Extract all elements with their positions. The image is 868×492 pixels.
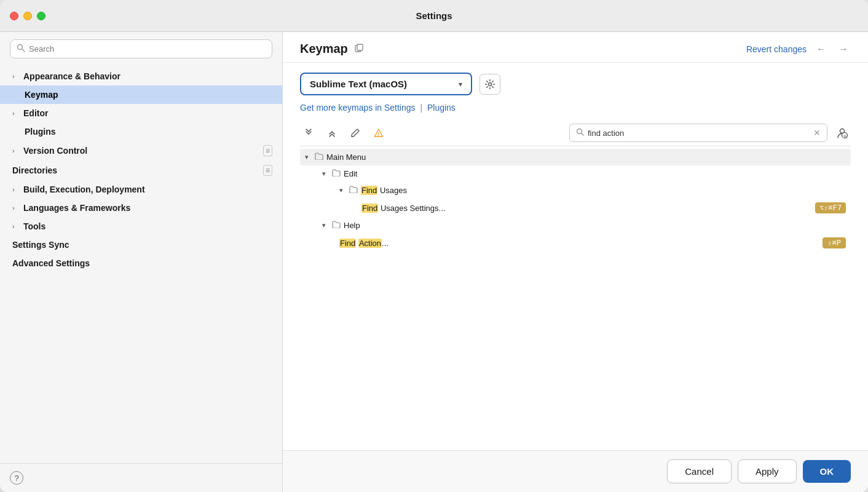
sidebar-item-keymap[interactable]: Keymap	[0, 85, 282, 104]
sidebar-item-label: Tools	[23, 221, 45, 231]
tree-item-label: Find Usages	[361, 186, 846, 195]
tree-item-label: Help	[344, 221, 846, 230]
sidebar-item-plugins[interactable]: Plugins	[0, 122, 282, 141]
sidebar-item-languages[interactable]: › Languages & Frameworks	[0, 199, 282, 217]
sidebar-items: › Appearance & Behavior Keymap › Editor …	[0, 67, 282, 463]
gear-button[interactable]	[479, 74, 500, 95]
sidebar-item-editor[interactable]: › Editor	[0, 104, 282, 122]
content-header: Keymap Revert changes ← →	[283, 32, 868, 63]
highlight-find: Find	[361, 186, 377, 195]
chevron-right-icon: ›	[12, 147, 20, 154]
toolbar-search[interactable]: ✕	[569, 124, 827, 142]
tree-item[interactable]: ▾ Help	[300, 217, 851, 234]
highlight-find: Find	[361, 204, 378, 213]
filter-user-icon[interactable]: ⚲	[834, 124, 851, 141]
keyboard-shortcut: ⇧⌘P	[823, 237, 846, 248]
chevron-down-icon: ▾	[459, 80, 462, 89]
sidebar-item-label: Version Control	[23, 146, 87, 156]
sidebar-item-appearance[interactable]: › Appearance & Behavior	[0, 67, 282, 85]
cancel-button[interactable]: Cancel	[667, 459, 732, 483]
page-title: Keymap	[300, 42, 348, 56]
sidebar-item-directories[interactable]: Directories ≡	[0, 161, 282, 180]
content-area: Keymap Revert changes ← →	[283, 32, 868, 492]
sidebar-item-build[interactable]: › Build, Execution, Deployment	[0, 180, 282, 199]
tree-item[interactable]: ▾ Edit	[300, 165, 851, 182]
sidebar-item-tools[interactable]: › Tools	[0, 217, 282, 236]
ok-button[interactable]: OK	[803, 460, 851, 483]
tree-item[interactable]: Find Usages Settings... ⌥⇧⌘F7	[300, 199, 851, 217]
chevron-right-icon: ›	[12, 73, 20, 80]
search-input[interactable]	[29, 44, 266, 54]
sidebar-search-bar[interactable]	[10, 39, 272, 58]
sidebar-item-version-control[interactable]: › Version Control ≡	[0, 141, 282, 161]
plugins-link[interactable]: Plugins	[427, 103, 456, 113]
svg-rect-3	[357, 44, 363, 50]
sidebar-item-label: Editor	[23, 108, 48, 118]
maximize-button[interactable]	[37, 12, 45, 20]
expand-all-button[interactable]	[300, 124, 317, 141]
highlight-find: Find	[339, 239, 356, 248]
chevron-right-icon: ›	[12, 223, 20, 230]
sidebar-item-settings-sync[interactable]: Settings Sync	[0, 236, 282, 254]
directories-icon: ≡	[263, 165, 272, 176]
svg-text:!: !	[378, 131, 380, 137]
sidebar-item-label: Build, Execution, Deployment	[23, 184, 145, 194]
keymap-dropdown[interactable]: Sublime Text (macOS) ▾	[300, 73, 472, 95]
folder-icon	[332, 169, 341, 178]
sidebar-item-label: Settings Sync	[12, 240, 69, 250]
keymap-toolbar: ! ✕	[300, 120, 851, 146]
search-icon	[17, 44, 25, 54]
svg-line-7	[582, 133, 583, 135]
revert-changes-link[interactable]: Revert changes	[746, 44, 807, 54]
keymap-table-area: ! ✕	[283, 120, 868, 450]
keymap-links: Get more keymaps in Settings | Plugins	[283, 100, 868, 120]
collapse-all-button[interactable]	[323, 124, 341, 141]
edit-button[interactable]	[347, 124, 364, 141]
header-copy-icon[interactable]	[354, 43, 364, 55]
get-more-keymaps-link[interactable]: Get more keymaps in Settings	[300, 103, 416, 113]
keymap-tree: ▾ Main Menu ▾	[300, 146, 851, 450]
svg-point-6	[577, 129, 582, 134]
svg-text:⚲: ⚲	[843, 135, 846, 138]
highlight-action: Action	[358, 239, 382, 248]
content-header-right: Revert changes ← →	[746, 42, 851, 56]
tree-item-label: Main Menu	[326, 153, 846, 162]
sidebar-item-advanced-settings[interactable]: Advanced Settings	[0, 254, 282, 272]
content-footer: Cancel Apply OK	[283, 450, 868, 492]
tree-item-label: Find Action...	[339, 239, 823, 248]
svg-point-4	[489, 82, 492, 85]
folder-icon	[349, 186, 358, 195]
tree-item-label: Find Usages Settings...	[361, 204, 815, 213]
sidebar-item-label: Keymap	[25, 90, 58, 100]
chevron-down-icon: ▾	[305, 153, 315, 161]
apply-button[interactable]: Apply	[738, 459, 797, 483]
keyboard-shortcut: ⌥⇧⌘F7	[815, 202, 846, 213]
forward-arrow[interactable]: →	[836, 42, 851, 56]
back-arrow[interactable]: ←	[814, 42, 829, 56]
version-control-icon: ≡	[263, 145, 272, 156]
minimize-button[interactable]	[23, 12, 32, 20]
sidebar-item-label: Languages & Frameworks	[23, 203, 130, 213]
keymap-dropdown-label: Sublime Text (macOS)	[310, 79, 454, 89]
close-button[interactable]	[10, 12, 18, 20]
search-icon	[576, 127, 584, 138]
svg-line-1	[22, 49, 25, 52]
keymap-search-input[interactable]	[588, 129, 810, 138]
warning-button[interactable]: !	[370, 124, 387, 141]
tree-item[interactable]: ▾ Main Menu	[300, 149, 851, 165]
help-button[interactable]: ?	[10, 471, 23, 485]
content-header-left: Keymap	[300, 42, 364, 56]
folder-icon	[332, 221, 341, 230]
chevron-down-icon: ▾	[322, 221, 332, 229]
sidebar-item-label: Appearance & Behavior	[23, 71, 120, 81]
traffic-lights	[10, 12, 45, 20]
sidebar-item-label: Plugins	[25, 127, 56, 137]
tree-item[interactable]: Find Action... ⇧⌘P	[300, 234, 851, 252]
settings-window: Settings › Appearance & Behavior	[0, 0, 868, 492]
window-title: Settings	[416, 10, 452, 21]
title-bar: Settings	[0, 0, 868, 32]
chevron-down-icon: ▾	[339, 186, 349, 194]
clear-search-button[interactable]: ✕	[813, 129, 821, 137]
tree-item[interactable]: ▾ Find Usages	[300, 182, 851, 199]
pipe-separator: |	[420, 103, 425, 113]
